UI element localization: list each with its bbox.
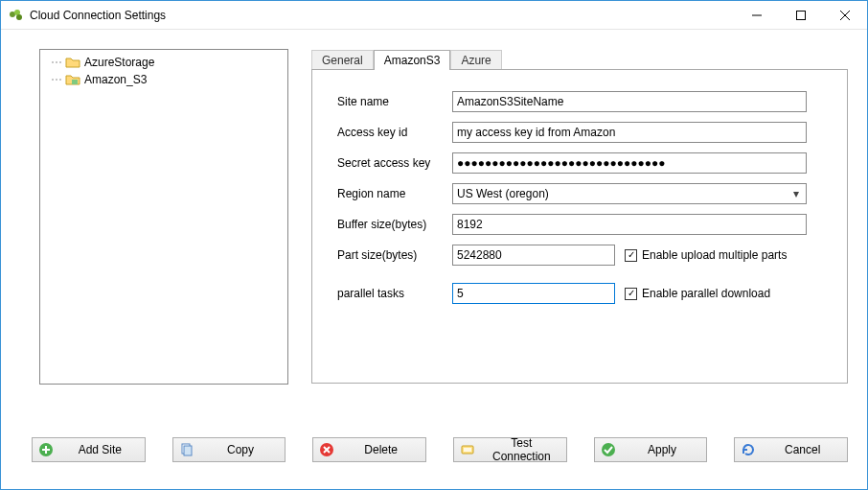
site-name-input[interactable]	[452, 91, 807, 112]
secret-key-label: Secret access key	[337, 156, 452, 170]
tree-item-azurestorage[interactable]: ⋯ AzureStorage	[42, 54, 286, 71]
tree-item-amazons3[interactable]: ⋯ Amazon_S3	[42, 71, 286, 88]
folder-icon	[65, 55, 80, 70]
site-name-label: Site name	[337, 95, 452, 108]
region-value: US West (oregon)	[457, 187, 549, 200]
chevron-down-icon: ▾	[788, 187, 804, 200]
titlebar: Cloud Connection Settings	[1, 1, 867, 30]
window-buttons	[735, 1, 867, 29]
tree-connector-icon: ⋯	[48, 54, 65, 71]
checkbox-icon: ✓	[625, 288, 637, 300]
buffer-label: Buffer size(bytes)	[337, 218, 452, 231]
button-label: Cancel	[764, 443, 841, 456]
apply-button[interactable]: Apply	[594, 437, 708, 462]
svg-rect-10	[184, 446, 192, 455]
sites-tree[interactable]: ⋯ AzureStorage ⋯ Amazon_S3	[39, 49, 288, 385]
parallel-label: parallel tasks	[337, 287, 452, 300]
cancel-button[interactable]: Cancel	[734, 437, 848, 462]
tree-item-label: Amazon_S3	[84, 73, 147, 86]
buffer-input[interactable]	[452, 214, 807, 235]
button-label: Add Site	[61, 443, 139, 456]
checkbox-label: Enable parallel download	[642, 287, 770, 300]
delete-button[interactable]: Delete	[312, 437, 426, 462]
tab-general[interactable]: General	[311, 50, 374, 70]
enable-multipart-checkbox[interactable]: ✓ Enable upload multiple parts	[625, 248, 787, 262]
checkbox-label: Enable upload multiple parts	[642, 248, 787, 262]
copy-icon	[179, 442, 194, 457]
test-icon	[460, 442, 475, 457]
folder-icon	[65, 72, 80, 87]
app-icon	[9, 8, 24, 23]
window-title: Cloud Connection Settings	[30, 9, 735, 22]
cancel-icon	[741, 442, 756, 457]
tree-connector-icon: ⋯	[48, 71, 65, 88]
copy-button[interactable]: Copy	[172, 437, 286, 462]
svg-rect-13	[464, 448, 471, 452]
tree-item-label: AzureStorage	[84, 56, 154, 69]
svg-point-14	[602, 443, 615, 456]
tab-label: AmazonS3	[384, 54, 441, 67]
tabs-panel: General AmazonS3 Azure Site name Access …	[311, 49, 848, 385]
access-key-input[interactable]	[452, 122, 807, 143]
maximize-button[interactable]	[779, 1, 823, 29]
add-site-button[interactable]: Add Site	[32, 437, 146, 462]
add-icon	[38, 442, 54, 457]
tabstrip: General AmazonS3 Azure	[311, 49, 848, 70]
tab-azure[interactable]: Azure	[450, 50, 501, 70]
enable-parallel-checkbox[interactable]: ✓ Enable parallel download	[625, 287, 770, 300]
delete-icon	[319, 442, 334, 457]
window: Cloud Connection Settings ⋯ AzureStorage…	[0, 0, 868, 490]
tab-amazons3[interactable]: AmazonS3	[374, 50, 451, 70]
test-connection-button[interactable]: Test Connection	[453, 437, 567, 462]
button-bar: Add Site Copy Delete Test Connection App…	[32, 437, 848, 462]
svg-rect-4	[797, 11, 806, 19]
secret-key-input[interactable]	[452, 152, 807, 174]
svg-rect-7	[72, 80, 78, 84]
region-select[interactable]: US West (oregon) ▾	[452, 183, 807, 204]
part-label: Part size(bytes)	[337, 248, 452, 262]
apply-icon	[601, 442, 616, 457]
checkbox-icon: ✓	[625, 249, 637, 262]
button-label: Copy	[202, 443, 280, 456]
region-label: Region name	[337, 187, 452, 200]
tab-label: General	[322, 54, 363, 67]
access-key-label: Access key id	[337, 126, 452, 139]
close-button[interactable]	[823, 1, 867, 29]
tabpage-amazons3: Site name Access key id Secret access ke…	[311, 69, 848, 384]
minimize-button[interactable]	[735, 1, 779, 29]
button-label: Delete	[342, 443, 420, 456]
svg-point-2	[16, 14, 22, 20]
button-label: Test Connection	[483, 436, 560, 463]
button-label: Apply	[624, 443, 701, 456]
part-input[interactable]	[452, 245, 615, 266]
parallel-input[interactable]	[452, 283, 615, 304]
tab-label: Azure	[461, 54, 491, 67]
